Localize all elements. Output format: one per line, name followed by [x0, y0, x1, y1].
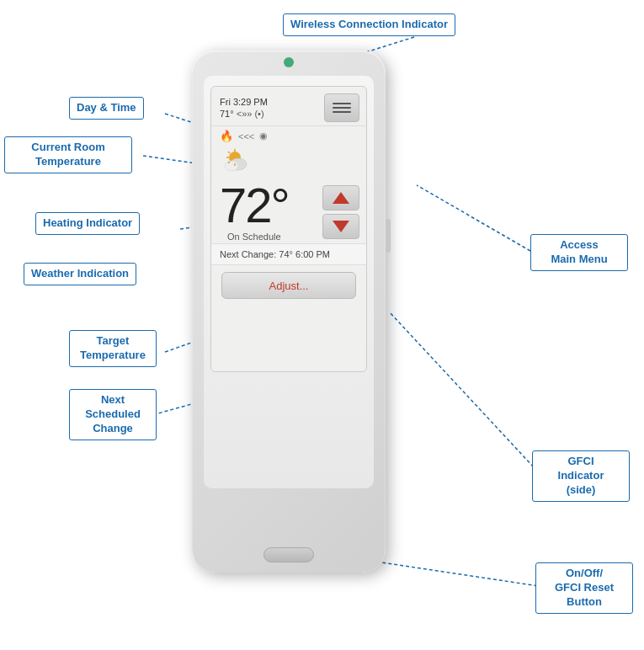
current-room-temp-label: Current RoomTemperature: [4, 136, 132, 173]
next-scheduled-change-label: NextScheduledChange: [69, 389, 157, 440]
adjust-button[interactable]: Adjust...: [221, 272, 356, 299]
svg-line-16: [228, 152, 230, 153]
menu-line-2: [333, 107, 351, 109]
display-screen: Fri 3:29 PM 71° <»» (•) 🔥 <<< ◉: [210, 86, 367, 372]
thermostat-device: Fri 3:29 PM 71° <»» (•) 🔥 <<< ◉: [192, 51, 386, 573]
gfci-indicator-label: GFCIIndicator(side): [532, 450, 630, 502]
heating-indicator-row: 🔥 <<< ◉: [211, 126, 366, 146]
heat-flame-icon: 🔥: [220, 130, 233, 142]
wireless-led: [284, 57, 294, 67]
day-time-label: Day & Time: [69, 97, 144, 120]
wireless-connection-label: Wireless Connection Indicator: [283, 13, 455, 36]
weather-icon: [211, 146, 366, 181]
arrow-down-icon: [333, 221, 349, 232]
temperature-section: 72° On Schedule: [211, 181, 366, 243]
temp-up-button[interactable]: [322, 185, 359, 210]
menu-button[interactable]: [324, 93, 359, 122]
current-temp-display: 71° <»» (•): [220, 108, 268, 120]
screen-area: Fri 3:29 PM 71° <»» (•) 🔥 <<< ◉: [204, 76, 374, 488]
screen-header: Fri 3:29 PM 71° <»» (•): [211, 87, 366, 126]
next-change-row: Next Change: 74° 6:00 PM: [211, 243, 366, 265]
heating-indicator-label: Heating Indicator: [35, 212, 140, 235]
svg-line-8: [389, 312, 546, 480]
weather-indication-label: Weather Indication: [24, 263, 136, 285]
access-main-menu-label: AccessMain Menu: [530, 234, 628, 271]
temp-down-button[interactable]: [322, 214, 359, 239]
target-temperature-label: TargetTemperature: [69, 330, 157, 367]
arrow-up-icon: [333, 192, 349, 204]
onoff-gfci-label: On/Off/GFCI ResetButton: [535, 562, 633, 614]
menu-line-3: [333, 111, 351, 113]
datetime-display: Fri 3:29 PM: [220, 96, 268, 108]
gfci-side-indicator[interactable]: [386, 219, 391, 253]
onoff-gfci-button[interactable]: [263, 547, 314, 562]
schedule-status: On Schedule: [220, 230, 289, 243]
svg-line-5: [417, 185, 530, 251]
wireless-signal-icon: ◉: [259, 131, 268, 141]
menu-line-1: [333, 103, 351, 104]
temp-controls: [322, 185, 359, 239]
svg-point-12: [225, 161, 238, 171]
heat-waves-icon: <<<: [238, 131, 254, 141]
heat-wireless-icons: <»» (•): [237, 109, 264, 119]
target-temp-value: 72°: [220, 181, 289, 230]
current-temp-value: 71°: [220, 109, 234, 119]
